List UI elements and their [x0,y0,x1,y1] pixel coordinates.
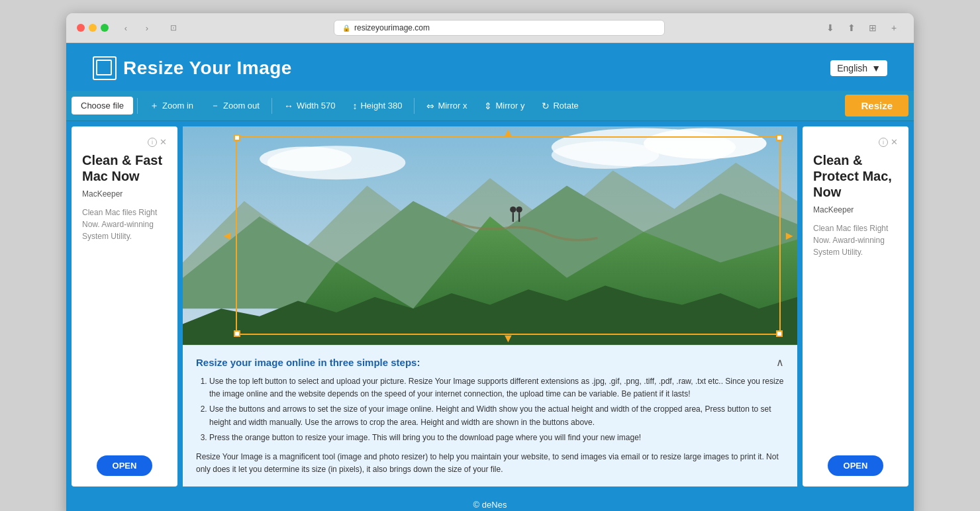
share-button[interactable]: ⬆ [842,21,861,34]
zoom-out-button[interactable]: － Zoom out [203,96,268,116]
site-logo: Resize Your Image [93,56,292,80]
copyright-text: © deNes [473,500,507,510]
info-icon[interactable]: i [148,138,157,147]
info-icon-right[interactable]: i [879,138,888,147]
close-icon-right[interactable]: ✕ [891,137,898,147]
toolbar: Choose file ＋ Zoom in － Zoom out ↔ Width… [66,91,914,121]
crop-handle-tr[interactable] [776,134,783,141]
zoom-in-icon: ＋ [150,100,159,112]
instructions-panel: Resize your image online in three simple… [183,345,797,487]
add-button[interactable]: + [885,21,903,34]
logo-icon [93,56,117,80]
browser-titlebar: ‹ › ⊡ 🔒 resizeyourimage.com ⬇ ⬆ ⊞ + [66,13,914,43]
language-selector[interactable]: English ▼ [830,60,887,76]
url-text: resizeyourimage.com [354,23,430,32]
resize-button[interactable]: Resize [845,95,908,116]
ad-info-bar: i ✕ [82,137,167,147]
nav-buttons: ‹ › [117,21,156,34]
mirror-y-icon: ⇕ [484,101,492,111]
width-button[interactable]: ↔ Width 570 [276,97,344,115]
instructions-title: Resize your image online in three simple… [196,357,420,368]
right-ad-panel: i ✕ Clean & Protect Mac, Now MacKeeper C… [803,126,908,487]
main-area: i ✕ Clean & Fast Mac Now MacKeeper Clean… [66,121,914,492]
crop-handle-bl[interactable] [234,330,240,337]
instructions-description: Resize Your Image is a magnificent tool … [196,451,784,476]
step-2: Use the buttons and arrows to set the si… [209,403,784,428]
zoom-out-icon: － [211,100,220,112]
separator [414,98,415,114]
crop-arrow-left[interactable]: ◄ [221,229,233,243]
zoom-in-button[interactable]: ＋ Zoom in [142,96,201,116]
crop-overlay[interactable]: ▲ ▼ ◄ ► [183,126,797,345]
image-container[interactable]: ▲ ▼ ◄ ► [183,126,797,345]
maximize-button[interactable] [101,24,109,32]
browser-window: ‹ › ⊡ 🔒 resizeyourimage.com ⬇ ⬆ ⊞ + Resi… [66,13,914,511]
height-icon: ↕ [352,101,357,111]
choose-file-button[interactable]: Choose file [72,97,133,115]
left-ad-title: Clean & Fast Mac Now [82,152,167,184]
crop-arrow-right[interactable]: ► [783,229,795,243]
forward-button[interactable]: › [138,21,156,34]
url-bar[interactable]: 🔒 resizeyourimage.com [334,20,665,36]
left-ad-description: Clean Mac files Right Now. Award-winning… [82,207,167,445]
traffic-lights [77,24,109,32]
crop-handle-br[interactable] [776,330,783,337]
mirror-x-icon: ⇔ [426,101,434,111]
sidebar-toggle[interactable]: ⊡ [164,21,183,34]
editor-area: ▲ ▼ ◄ ► Resize your image online in thre… [183,126,797,487]
site-footer: © deNes [66,492,914,511]
width-icon: ↔ [284,101,293,111]
website: Resize Your Image English ▼ Choose file … [66,43,914,511]
crop-handle-tl[interactable] [234,134,240,141]
crop-arrow-bottom[interactable]: ▼ [503,332,514,345]
instructions-steps: Use the top left button to select and up… [196,375,784,444]
close-icon[interactable]: ✕ [160,137,167,147]
lock-icon: 🔒 [342,24,350,32]
separator [271,98,272,114]
ad-info-bar-right: i ✕ [813,137,898,147]
separator [137,98,138,114]
download-button[interactable]: ⬇ [821,21,840,34]
height-button[interactable]: ↕ Height 380 [344,97,410,115]
close-button[interactable] [77,24,85,32]
chevron-down-icon: ▼ [871,63,881,73]
instructions-header: Resize your image online in three simple… [196,356,784,369]
crop-box[interactable]: ▲ ▼ ◄ ► [236,136,781,335]
collapse-button[interactable]: ∧ [776,356,784,369]
right-ad-brand: MacKeeper [813,205,898,214]
mirror-y-button[interactable]: ⇕ Mirror y [476,97,532,115]
crop-arrow-top[interactable]: ▲ [503,126,514,140]
minimize-button[interactable] [89,24,97,32]
rotate-button[interactable]: ↻ Rotate [534,97,586,115]
language-label: English [837,63,867,73]
mirror-x-button[interactable]: ⇔ Mirror x [418,97,475,115]
left-ad-panel: i ✕ Clean & Fast Mac Now MacKeeper Clean… [72,126,177,487]
back-button[interactable]: ‹ [117,21,135,34]
logo-text: Resize Your Image [123,58,292,79]
step-1: Use the top left button to select and up… [209,375,784,400]
right-ad-open-button[interactable]: OPEN [828,455,884,476]
left-ad-brand: MacKeeper [82,189,167,199]
site-header: Resize Your Image English ▼ [66,43,914,91]
left-ad-open-button[interactable]: OPEN [97,455,153,476]
right-ad-title: Clean & Protect Mac, Now [813,152,898,200]
rotate-icon: ↻ [542,101,550,111]
step-3: Press the orange button to resize your i… [209,432,784,444]
right-ad-description: Clean Mac files Right Now. Award-winning… [813,222,898,445]
new-tab-button[interactable]: ⊞ [863,21,882,34]
